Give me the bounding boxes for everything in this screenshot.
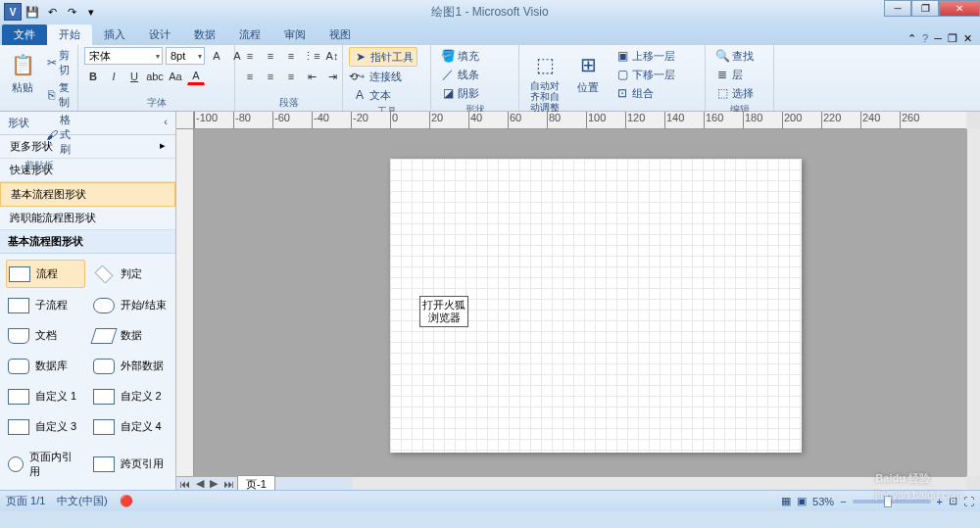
tab-file[interactable]: 文件 — [2, 24, 47, 45]
shape-自定义 3[interactable]: 自定义 3 — [6, 413, 85, 440]
mdi-close[interactable]: ✕ — [963, 32, 972, 45]
bold-button[interactable]: B — [84, 68, 102, 85]
drawing-page[interactable]: 打开火狐 浏览器 — [390, 159, 802, 453]
group-button[interactable]: ⊡组合 — [612, 84, 678, 102]
status-zoom[interactable]: 53% — [812, 496, 834, 507]
painter-button[interactable]: 🖌格式刷 — [43, 112, 77, 158]
line-button[interactable]: ／线条 — [437, 66, 482, 83]
shadow-button[interactable]: ◪阴影 — [437, 84, 482, 102]
status-lang[interactable]: 中文(中国) — [57, 494, 107, 508]
ruler-vertical — [176, 129, 194, 476]
italic-button[interactable]: I — [105, 68, 122, 85]
paste-button[interactable]: 📋粘贴 — [6, 47, 39, 96]
shape-自定义 2[interactable]: 自定义 2 — [91, 383, 171, 409]
group-font-label: 字体 — [84, 95, 228, 110]
shape-thumb-icon — [8, 298, 29, 313]
cut-icon: ✂ — [46, 55, 57, 71]
pagetab-prev[interactable]: ◀ — [193, 477, 207, 490]
bring-front[interactable]: ▣上移一层 — [612, 47, 678, 65]
connector-tool[interactable]: ⤳连接线 — [349, 68, 405, 85]
group-icon: ⊡ — [614, 85, 630, 101]
font-size-select[interactable]: 8pt — [166, 47, 205, 65]
position-button[interactable]: ⊞位置 — [568, 47, 608, 96]
scrollbar-horizontal[interactable] — [353, 476, 966, 490]
page-tab-1[interactable]: 页-1 — [237, 475, 275, 491]
zoom-in-icon[interactable]: + — [937, 496, 943, 507]
tab-process[interactable]: 流程 — [227, 24, 272, 45]
shape-子流程[interactable]: 子流程 — [6, 292, 85, 318]
cross-functional-item[interactable]: 跨职能流程图形状 — [0, 207, 175, 230]
maximize-button[interactable]: ❐ — [911, 0, 939, 17]
align-mid[interactable]: ≡ — [262, 47, 279, 65]
text-tool[interactable]: A文本 — [349, 86, 394, 104]
fill-button[interactable]: 🪣填充 — [437, 47, 482, 65]
qat-undo[interactable]: ↶ — [43, 3, 61, 21]
indent-inc[interactable]: ⇥ — [323, 68, 341, 85]
mdi-min[interactable]: ─ — [934, 32, 942, 45]
zoom-out-icon[interactable]: − — [840, 496, 846, 507]
shape-跨页引用[interactable]: 跨页引用 — [91, 444, 171, 484]
find-button[interactable]: 🔍查找 — [711, 47, 757, 65]
pointer-tool[interactable]: ➤指针工具 — [349, 47, 417, 67]
layer-button[interactable]: ≣层 — [711, 66, 746, 83]
shape-文档[interactable]: 文档 — [6, 322, 85, 349]
orient[interactable]: A↕ — [323, 47, 341, 65]
shape-自定义 1[interactable]: 自定义 1 — [6, 383, 85, 409]
ribbon-minimize-icon[interactable]: ⌃ — [907, 32, 916, 45]
fullscreen-icon[interactable]: ⛶ — [963, 496, 974, 507]
align-left[interactable]: ≡ — [241, 68, 259, 85]
pagetab-next[interactable]: ▶ — [207, 477, 220, 490]
pane-menu-icon[interactable]: ‹ — [164, 116, 168, 130]
shape-label: 开始/结束 — [121, 298, 167, 312]
process-shape-1[interactable]: 打开火狐 浏览器 — [419, 296, 468, 327]
qat-redo[interactable]: ↷ — [63, 3, 80, 21]
help-icon[interactable]: ? — [922, 32, 928, 45]
shape-判定[interactable]: 判定 — [91, 260, 171, 288]
zoom-slider[interactable] — [853, 500, 931, 504]
bullets[interactable]: ⋮≡ — [303, 47, 320, 65]
qat-save[interactable]: 💾 — [24, 3, 41, 21]
status-record-icon[interactable]: 🔴 — [120, 495, 133, 507]
indent-dec[interactable]: ⇤ — [303, 68, 320, 85]
tab-view[interactable]: 视图 — [318, 24, 363, 45]
font-name-select[interactable]: 宋体 — [84, 47, 163, 65]
grow-font[interactable]: A — [208, 47, 225, 65]
shape-数据[interactable]: 数据 — [91, 322, 171, 349]
basic-flowchart-item[interactable]: 基本流程图形状 — [0, 182, 175, 207]
canvas[interactable]: 打开火狐 浏览器 — [194, 129, 966, 476]
text-effect[interactable]: Aa — [167, 68, 184, 85]
mdi-restore[interactable]: ❐ — [948, 32, 957, 45]
close-button[interactable]: ✕ — [939, 0, 980, 17]
scrollbar-vertical[interactable] — [966, 129, 980, 476]
shape-开始/结束[interactable]: 开始/结束 — [91, 292, 171, 318]
qat-dropdown[interactable]: ▾ — [82, 3, 100, 21]
shape-自定义 4[interactable]: 自定义 4 — [91, 413, 171, 440]
tab-design[interactable]: 设计 — [137, 24, 182, 45]
shape-流程[interactable]: 流程 — [6, 260, 85, 288]
strike-button[interactable]: abc — [146, 68, 164, 85]
shape-页面内引用[interactable]: 页面内引用 — [6, 444, 85, 484]
align-right[interactable]: ≡ — [282, 68, 300, 85]
underline-button[interactable]: U — [125, 68, 143, 85]
fit-page-icon[interactable]: ⊡ — [949, 495, 957, 507]
cut-button[interactable]: ✂剪切 — [43, 47, 77, 78]
select-button[interactable]: ⬚选择 — [711, 84, 757, 102]
align-center[interactable]: ≡ — [262, 68, 279, 85]
minimize-button[interactable]: ─ — [884, 0, 911, 17]
send-back[interactable]: ▢下移一层 — [612, 66, 678, 83]
shape-数据库[interactable]: 数据库 — [6, 353, 85, 379]
copy-button[interactable]: ⎘复制 — [43, 79, 77, 111]
view-full-icon[interactable]: ▣ — [797, 495, 807, 507]
shape-外部数据[interactable]: 外部数据 — [91, 353, 171, 379]
align-bot[interactable]: ≡ — [282, 47, 300, 65]
align-top[interactable]: ≡ — [241, 47, 259, 65]
tab-review[interactable]: 审阅 — [272, 24, 318, 45]
tab-insert[interactable]: 插入 — [92, 24, 137, 45]
shape-label: 自定义 1 — [35, 389, 76, 404]
pagetab-last[interactable]: ⏭ — [220, 478, 237, 490]
pagetab-first[interactable]: ⏮ — [176, 478, 193, 490]
tab-home[interactable]: 开始 — [47, 24, 92, 45]
tab-data[interactable]: 数据 — [182, 24, 227, 45]
view-normal-icon[interactable]: ▦ — [781, 495, 791, 507]
font-color[interactable]: A — [187, 68, 205, 85]
